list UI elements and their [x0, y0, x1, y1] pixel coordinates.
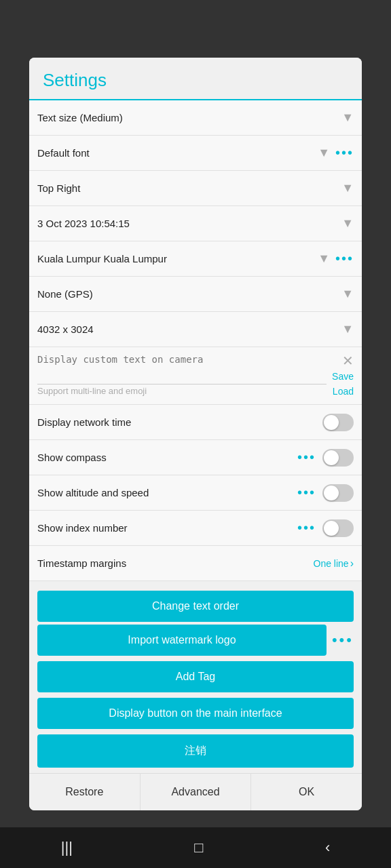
display-button-main-interface[interactable]: Display button on the main interface: [37, 698, 354, 729]
save-load-area: Save Load: [332, 369, 354, 399]
gps-caret-icon: ▼: [341, 287, 354, 301]
settings-dialog: Settings Text size (Medium) ▼ Default fo…: [29, 58, 362, 811]
import-watermark-dots-icon[interactable]: •••: [332, 631, 354, 649]
timestamp-chevron-icon: ›: [350, 557, 354, 570]
custom-text-input[interactable]: [37, 353, 327, 381]
advanced-button[interactable]: Advanced: [141, 774, 252, 810]
compass-label: Show compass: [37, 452, 297, 463]
network-time-row: Display network time: [29, 405, 362, 440]
datetime-label: 3 Oct 2023 10:54:15: [37, 210, 339, 237]
datetime-caret-icon: ▼: [341, 216, 354, 231]
add-tag-button[interactable]: Add Tag: [37, 661, 354, 692]
clear-text-icon[interactable]: ✕: [342, 353, 354, 369]
text-size-caret-icon: ▼: [341, 111, 354, 125]
dialog-title: Settings: [29, 58, 362, 100]
cancel-button[interactable]: 注销: [37, 734, 354, 768]
default-font-caret-icon: ▼: [318, 146, 330, 160]
position-caret-icon: ▼: [341, 181, 354, 195]
custom-text-hint: Support multi-line and emoji: [37, 386, 327, 396]
save-button[interactable]: Save: [332, 369, 354, 384]
location-caret-icon: ▼: [318, 252, 330, 266]
resolution-label: 4032 x 3024: [37, 315, 339, 343]
compass-dots-icon[interactable]: •••: [297, 450, 316, 465]
change-text-order-button[interactable]: Change text order: [37, 591, 354, 622]
nav-back-icon[interactable]: ‹: [325, 839, 330, 856]
location-dots-icon[interactable]: •••: [335, 251, 354, 267]
gps-label: None (GPS): [37, 280, 339, 308]
custom-text-input-area: Support multi-line and emoji: [37, 353, 327, 396]
custom-text-row: Support multi-line and emoji ✕ Save Load: [29, 347, 362, 406]
compass-toggle[interactable]: [322, 449, 354, 467]
restore-button[interactable]: Restore: [29, 774, 141, 810]
compass-row: Show compass •••: [29, 440, 362, 475]
dialog-footer: Restore Advanced OK: [29, 773, 362, 810]
index-number-label: Show index number: [37, 522, 297, 534]
dialog-body: Text size (Medium) ▼ Default font ▼ ••• …: [29, 100, 362, 774]
index-number-toggle[interactable]: [322, 519, 354, 537]
timestamp-margins-value: One line ›: [314, 557, 354, 570]
altitude-speed-dots-icon[interactable]: •••: [297, 485, 316, 500]
timestamp-margins-row[interactable]: Timestamp margins One line ›: [29, 546, 362, 581]
text-size-label: Text size (Medium): [37, 104, 339, 132]
ok-button[interactable]: OK: [251, 774, 362, 810]
location-row[interactable]: Kuala Lumpur Kuala Lumpur ▼ •••: [29, 241, 362, 277]
network-time-toggle[interactable]: [322, 414, 354, 431]
datetime-row[interactable]: 3 Oct 2023 10:54:15 ▼: [29, 206, 362, 241]
resolution-row[interactable]: 4032 x 3024 ▼: [29, 312, 362, 347]
default-font-row[interactable]: Default font ▼ •••: [29, 136, 362, 171]
custom-text-underline: [37, 353, 327, 384]
position-row[interactable]: Top Right ▼: [29, 171, 362, 206]
text-size-row[interactable]: Text size (Medium) ▼: [29, 100, 362, 136]
default-font-label: Default font: [37, 139, 315, 167]
import-watermark-button[interactable]: Import watermark logo: [37, 625, 327, 656]
index-number-row: Show index number •••: [29, 511, 362, 546]
nav-home-icon[interactable]: □: [194, 839, 203, 856]
altitude-speed-toggle[interactable]: [322, 484, 354, 502]
index-number-dots-icon[interactable]: •••: [297, 520, 316, 536]
import-watermark-row: Import watermark logo •••: [37, 625, 354, 656]
altitude-speed-label: Show altitude and speed: [37, 487, 297, 498]
location-label: Kuala Lumpur Kuala Lumpur: [37, 245, 315, 273]
gps-row[interactable]: None (GPS) ▼: [29, 277, 362, 312]
nav-bar: ||| □ ‹: [0, 827, 391, 868]
default-font-dots-icon[interactable]: •••: [335, 145, 354, 161]
load-button[interactable]: Load: [333, 384, 354, 399]
network-time-label: Display network time: [37, 416, 322, 428]
timestamp-margins-label: Timestamp margins: [37, 557, 314, 569]
nav-menu-icon[interactable]: |||: [61, 839, 73, 856]
custom-text-actions: ✕ Save Load: [332, 353, 354, 399]
altitude-speed-row: Show altitude and speed •••: [29, 475, 362, 511]
resolution-caret-icon: ▼: [341, 322, 354, 336]
position-label: Top Right: [37, 174, 339, 202]
